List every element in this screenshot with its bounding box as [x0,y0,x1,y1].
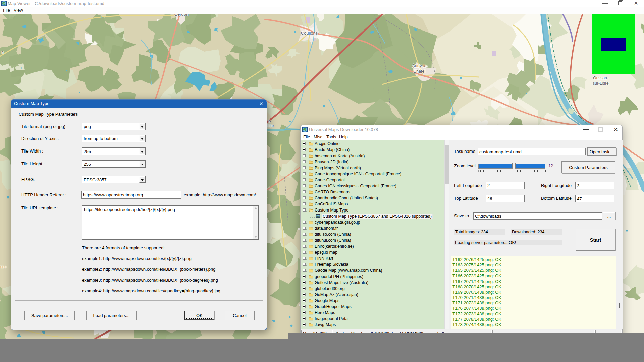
expand-icon[interactable] [303,160,306,163]
expand-icon[interactable] [303,239,306,242]
browse-button[interactable]: ... [603,212,615,220]
tree-item[interactable]: GraphHopper Maps [301,304,444,310]
tree-item[interactable]: Freemap Slovakia [301,261,444,267]
dropdown-arrow-icon[interactable] [139,123,145,129]
tree-item[interactable]: Carte topographique IGN - Geoportail (Fr… [301,171,444,177]
save-parameters-button[interactable]: Save parameters... [24,311,75,320]
expand-icon[interactable] [303,293,306,296]
tile-format-combo[interactable]: png [82,123,146,130]
scroll-up-icon[interactable] [254,207,257,209]
collapse-icon[interactable] [303,208,306,212]
tree-item[interactable]: Chartbundle Chart (United States) [301,195,444,201]
tree-scrollbar[interactable] [444,140,449,329]
tile-height-combo[interactable]: 256 [82,160,146,168]
log-scrollbar[interactable] [616,256,622,329]
start-button[interactable]: Start [576,229,615,251]
tree-item[interactable]: Here Maps [301,310,444,316]
expand-icon[interactable] [303,299,306,302]
expand-icon[interactable] [303,281,306,284]
minimize-icon[interactable] [602,3,608,4]
maximize-icon[interactable] [598,127,603,132]
open-task-button[interactable]: Open task ... [587,147,616,156]
tree-item[interactable]: CoCoRaHS Maps [301,201,444,207]
tile-width-combo[interactable]: 256 [82,147,146,155]
cancel-button[interactable]: Cancel [225,311,255,320]
epsg-combo[interactable]: EPSG:3857 [82,176,146,183]
expand-icon[interactable] [303,166,306,169]
y-axis-direction-combo[interactable]: from up to bottom [82,135,146,142]
zoom-slider-track[interactable] [478,164,545,169]
tree-item[interactable]: Google Maps [301,298,444,304]
expand-icon[interactable] [303,227,306,230]
tree-scrollbar-thumb[interactable] [445,145,449,184]
menu-tools[interactable]: Tools [326,135,336,139]
dropdown-arrow-icon[interactable] [139,177,145,183]
tree-item[interactable]: Eniro(kartor.eniro.se) [301,243,444,249]
close-icon[interactable]: ✕ [633,0,639,6]
tree-item[interactable]: Custom Map Type (EPSG3857 and EPSG4326 s… [301,213,444,219]
http-referer-input[interactable]: https://www.openstreetmap.org [81,191,181,199]
expand-icon[interactable] [303,251,306,254]
tree-item[interactable]: Custom Map Type [301,207,444,213]
tree-item[interactable]: dituhui.com (China) [301,237,444,243]
log-scrollbar-thumb[interactable] [619,303,620,308]
tree-item[interactable]: Jawg Maps [301,322,444,328]
expand-icon[interactable] [303,196,306,199]
tree-item[interactable]: Bhuvan-2D (India) [301,159,444,165]
top-latitude-input[interactable]: 48 [486,195,525,202]
expand-icon[interactable] [303,233,306,236]
tree-item[interactable]: cyberjapandata.gsi.go.jp [301,219,444,225]
expand-icon[interactable] [303,323,306,326]
textarea-scrollbar[interactable] [253,206,258,239]
tree-item[interactable]: Gaode Map (www.amap.com China) [301,267,444,274]
bottom-latitude-input[interactable]: 47 [575,195,614,202]
dropdown-arrow-icon[interactable] [139,135,145,141]
menu-misc[interactable]: Misc [314,135,322,139]
load-parameters-button[interactable]: Load parameters... [86,311,137,320]
tree-item[interactable]: Bing Maps (Virtual earth) [301,165,444,171]
tree-item[interactable]: Getlost Maps Live (Australia) [301,280,444,286]
tile-url-template-textarea[interactable]: https://tile-c.openstreetmap.fr/hot/{z}/… [82,205,259,240]
dropdown-arrow-icon[interactable] [139,161,145,167]
expand-icon[interactable] [303,269,306,272]
expand-icon[interactable] [303,221,306,224]
tree-item[interactable]: Inageoportal Peta [301,316,444,322]
expand-icon[interactable] [303,190,306,193]
expand-icon[interactable] [303,202,306,205]
expand-icon[interactable] [303,178,306,181]
tree-item[interactable]: globeland30.org [301,286,444,292]
expand-icon[interactable] [303,287,306,290]
tree-item[interactable]: Cartes IGN classiques - Geoportail (Fran… [301,183,444,189]
expand-icon[interactable] [303,172,306,175]
expand-icon[interactable] [303,154,306,157]
restore-icon[interactable] [618,1,622,5]
menu-file[interactable]: File [3,8,10,13]
menu-file[interactable]: File [303,135,310,139]
menu-help[interactable]: Help [339,135,348,139]
tree-item[interactable]: Arcgis Online [301,141,444,147]
ok-button[interactable]: OK [184,311,214,320]
tree-item[interactable]: Baidu Map (China) [301,147,444,153]
minimize-icon[interactable] [583,129,589,130]
task-name-input[interactable]: custom-map-test.umd [478,148,586,155]
close-icon[interactable]: ✕ [258,100,265,107]
expand-icon[interactable] [303,257,306,260]
save-to-input[interactable]: C:\downloads [473,212,602,220]
tree-item[interactable]: CARTO Basemaps [301,189,444,195]
tree-item[interactable]: epsg.io map [301,249,444,255]
right-longitude-input[interactable]: 3 [575,182,614,189]
expand-icon[interactable] [303,142,306,145]
expand-icon[interactable] [303,317,306,320]
tree-item[interactable]: ditu.so.com (China) [301,231,444,237]
menu-view[interactable]: View [14,8,23,13]
close-icon[interactable]: ✕ [612,126,619,133]
tree-item[interactable]: data.shom.fr [301,225,444,231]
expand-icon[interactable] [303,311,306,314]
custom-parameters-button[interactable]: Custom Parameters [561,161,615,173]
tree-item[interactable]: GoMap.Az (Azerbaijan) [301,292,444,298]
tree-item[interactable]: FINN Kart [301,255,444,261]
expand-icon[interactable] [303,263,306,266]
left-longitude-input[interactable]: 2 [486,182,525,189]
expand-icon[interactable] [303,148,306,151]
scroll-down-icon[interactable] [254,236,257,238]
